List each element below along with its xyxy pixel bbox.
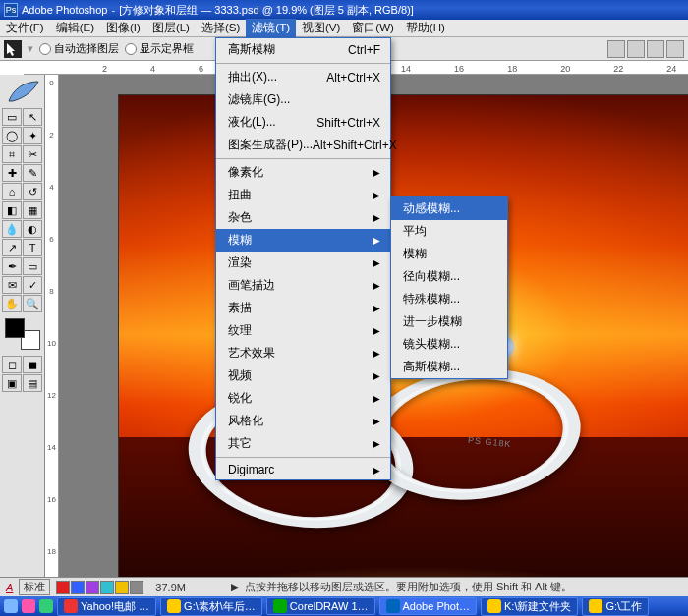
tray-icon-1[interactable] bbox=[22, 599, 35, 613]
tool-eyedrop[interactable]: ✓ bbox=[23, 276, 42, 294]
status-a: A bbox=[6, 582, 13, 593]
tool-stamp[interactable]: ⌂ bbox=[2, 183, 22, 200]
tool-dodge[interactable]: ◐ bbox=[23, 220, 42, 238]
blur-submenu: 动感模糊... 平均 模糊 径向模糊... 特殊模糊... 进一步模糊 镜头模糊… bbox=[390, 196, 508, 379]
filter-stylize[interactable]: 风格化▶ bbox=[216, 410, 390, 432]
swatch-5[interactable] bbox=[115, 581, 129, 594]
mode-quickmask[interactable]: ◼ bbox=[23, 356, 42, 373]
ps-feather-icon bbox=[2, 79, 43, 106]
tool-gradient[interactable]: ▦ bbox=[23, 201, 42, 219]
menu-window[interactable]: 窗口(W) bbox=[346, 19, 400, 37]
blur-radial[interactable]: 径向模糊... bbox=[391, 265, 507, 288]
panel-toggle-2[interactable] bbox=[627, 40, 645, 58]
filter-noise[interactable]: 杂色▶ bbox=[216, 206, 390, 229]
menu-bar: 文件(F) 编辑(E) 图像(I) 图层(L) 选择(S) 滤镜(T) 视图(V… bbox=[0, 20, 688, 37]
app-name: Adobe Photoshop bbox=[22, 4, 107, 16]
tool-marquee[interactable]: ▭ bbox=[2, 108, 22, 126]
task-photoshop[interactable]: Adobe Phot… bbox=[379, 597, 478, 615]
filter-extract[interactable]: 抽出(X)...Alt+Ctrl+X bbox=[216, 66, 390, 88]
filter-patternmaker[interactable]: 图案生成器(P)...Alt+Shift+Ctrl+X bbox=[216, 134, 390, 156]
tool-heal[interactable]: ✚ bbox=[2, 164, 22, 182]
tool-shape[interactable]: ▭ bbox=[23, 257, 42, 275]
blur-lens[interactable]: 镜头模糊... bbox=[391, 333, 507, 356]
filter-sketch[interactable]: 素描▶ bbox=[216, 297, 390, 319]
menu-edit[interactable]: 编辑(E) bbox=[50, 19, 100, 37]
tool-crop[interactable]: ⌗ bbox=[2, 145, 22, 163]
windows-taskbar: Yahoo!电邮 … G:\素材\年后… CorelDRAW 1… Adobe … bbox=[0, 596, 688, 616]
blur-gaussian[interactable]: 高斯模糊... bbox=[391, 356, 507, 378]
auto-select-layer-checkbox[interactable]: 自动选择图层 bbox=[39, 41, 119, 56]
filter-gallery[interactable]: 滤镜库(G)... bbox=[216, 88, 390, 111]
menu-filter[interactable]: 滤镜(T) bbox=[246, 19, 296, 37]
swatch-2[interactable] bbox=[71, 581, 85, 594]
status-bar: A 标准 37.9M ▶ 点按并拖移以移动图层或选区。要用附加选项，使用 Shi… bbox=[0, 577, 688, 596]
task-yahoo[interactable]: Yahoo!电邮 … bbox=[57, 597, 156, 616]
blur-more[interactable]: 进一步模糊 bbox=[391, 310, 507, 333]
tool-brush[interactable]: ✎ bbox=[23, 164, 42, 182]
task-folder1[interactable]: G:\素材\年后… bbox=[160, 597, 262, 616]
swatch-3[interactable] bbox=[86, 581, 99, 594]
filter-digimarc[interactable]: Digimarc▶ bbox=[216, 460, 390, 479]
menu-layer[interactable]: 图层(L) bbox=[146, 19, 196, 37]
tool-type[interactable]: T bbox=[23, 239, 42, 256]
status-hint: 点按并拖移以移动图层或选区。要用附加选项，使用 Shift 和 Alt 键。 bbox=[245, 580, 572, 594]
tool-hand[interactable]: ✋ bbox=[2, 295, 22, 312]
task-folder2[interactable]: K:\新建文件夹 bbox=[481, 597, 578, 616]
filter-pixelate[interactable]: 像素化▶ bbox=[216, 161, 390, 184]
panel-toggle-4[interactable] bbox=[666, 40, 684, 58]
filter-other[interactable]: 其它▶ bbox=[216, 432, 390, 455]
tool-pen[interactable]: ✒ bbox=[2, 257, 22, 275]
menu-image[interactable]: 图像(I) bbox=[100, 19, 146, 37]
tool-eraser[interactable]: ◧ bbox=[2, 201, 22, 219]
menu-help[interactable]: 帮助(H) bbox=[400, 19, 451, 37]
move-tool-icon bbox=[4, 40, 22, 58]
swatch-1[interactable] bbox=[56, 581, 70, 594]
screen-standard[interactable]: ▣ bbox=[2, 374, 22, 392]
menu-view[interactable]: 视图(V) bbox=[296, 19, 346, 37]
filter-texture[interactable]: 纹理▶ bbox=[216, 319, 390, 342]
swatch-4[interactable] bbox=[100, 581, 114, 594]
panel-toggles bbox=[607, 40, 684, 58]
swatch-6[interactable] bbox=[130, 581, 143, 594]
tool-notes[interactable]: ✉ bbox=[2, 276, 22, 294]
panel-toggle-3[interactable] bbox=[647, 40, 664, 58]
tool-lasso[interactable]: ◯ bbox=[2, 127, 22, 144]
menu-file[interactable]: 文件(F) bbox=[0, 19, 50, 37]
task-corel[interactable]: CorelDRAW 1… bbox=[266, 597, 375, 615]
blur-blur[interactable]: 模糊 bbox=[391, 243, 507, 265]
filter-liquify[interactable]: 液化(L)...Shift+Ctrl+X bbox=[216, 111, 390, 134]
status-standard[interactable]: 标准 bbox=[19, 579, 50, 595]
filter-menu-dropdown: 高斯模糊Ctrl+F 抽出(X)...Alt+Ctrl+X 滤镜库(G)... … bbox=[215, 37, 391, 480]
filter-brush[interactable]: 画笔描边▶ bbox=[216, 274, 390, 297]
tool-slice[interactable]: ✂ bbox=[23, 145, 42, 163]
mode-standard[interactable]: ◻ bbox=[2, 356, 22, 373]
show-bounds-checkbox[interactable]: 显示定界框 bbox=[125, 41, 194, 56]
filter-artistic[interactable]: 艺术效果▶ bbox=[216, 342, 390, 364]
color-swatches[interactable] bbox=[3, 316, 42, 352]
status-swatches bbox=[56, 581, 143, 594]
tool-move[interactable]: ↖ bbox=[23, 108, 42, 126]
tool-zoom[interactable]: 🔍 bbox=[23, 295, 42, 312]
tool-path[interactable]: ↗ bbox=[2, 239, 22, 256]
blur-smart[interactable]: 特殊模糊... bbox=[391, 288, 507, 310]
panel-toggle-1[interactable] bbox=[607, 40, 625, 58]
foreground-color[interactable] bbox=[5, 318, 25, 338]
menu-select[interactable]: 选择(S) bbox=[196, 19, 246, 37]
blur-average[interactable]: 平均 bbox=[391, 220, 507, 243]
ruler-vertical: 02468101214161820 bbox=[45, 75, 59, 595]
tray-icon-2[interactable] bbox=[39, 599, 53, 613]
filter-last[interactable]: 高斯模糊Ctrl+F bbox=[216, 38, 390, 61]
filter-distort[interactable]: 扭曲▶ bbox=[216, 184, 390, 206]
filter-blur[interactable]: 模糊▶ bbox=[216, 229, 390, 252]
title-bar: Ps Adobe Photoshop - [方修对象和层组 — 3333.psd… bbox=[0, 0, 688, 20]
butterfly-icon[interactable] bbox=[4, 599, 18, 613]
filter-video[interactable]: 视频▶ bbox=[216, 364, 390, 387]
task-folder3[interactable]: G:\工作 bbox=[582, 597, 649, 616]
filter-render[interactable]: 渲染▶ bbox=[216, 252, 390, 274]
tool-wand[interactable]: ✦ bbox=[23, 127, 42, 144]
screen-full[interactable]: ▤ bbox=[23, 374, 42, 392]
filter-sharpen[interactable]: 锐化▶ bbox=[216, 387, 390, 410]
tool-history[interactable]: ↺ bbox=[23, 183, 42, 200]
tool-blur[interactable]: 💧 bbox=[2, 220, 22, 238]
blur-motion[interactable]: 动感模糊... bbox=[391, 197, 507, 220]
